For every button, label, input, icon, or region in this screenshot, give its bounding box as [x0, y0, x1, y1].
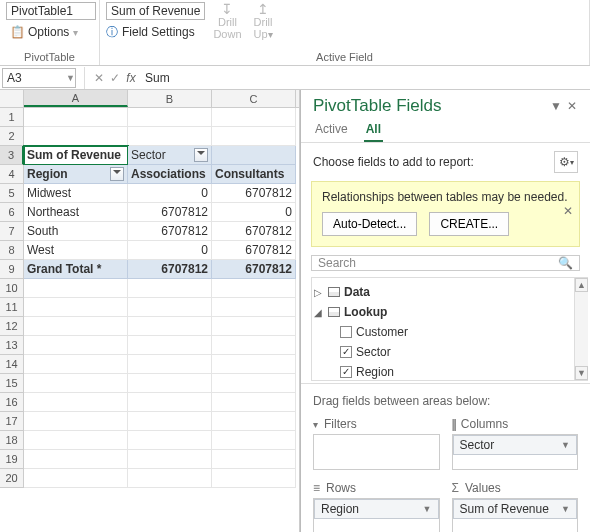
enter-icon[interactable]: ✓ — [107, 71, 123, 85]
close-icon[interactable]: ✕ — [563, 204, 573, 218]
checkbox-checked[interactable]: ✓ — [340, 366, 352, 378]
close-icon[interactable]: ✕ — [564, 99, 580, 113]
rows-area[interactable]: ≡Rows Region▼ — [313, 478, 440, 532]
chevron-down-icon[interactable]: ▼ — [561, 440, 570, 450]
cell[interactable]: 0 — [128, 241, 212, 260]
row-header[interactable]: 9 — [0, 260, 24, 279]
cell[interactable]: 6707812 — [128, 222, 212, 241]
cell-a4[interactable]: Region — [24, 165, 128, 184]
row-header[interactable]: 12 — [0, 317, 24, 336]
values-area[interactable]: ΣValues Sum of Revenue▼ — [452, 478, 579, 532]
pane-title: PivotTable Fields — [313, 96, 548, 116]
scroll-up-icon[interactable]: ▲ — [575, 278, 588, 292]
row-header[interactable]: 15 — [0, 374, 24, 393]
cell[interactable]: Grand Total * — [24, 260, 128, 279]
pane-menu-button[interactable]: ▼ — [548, 99, 564, 113]
active-field-box[interactable]: Sum of Revenue — [106, 2, 205, 20]
cell[interactable]: 0 — [212, 203, 296, 222]
filter-button[interactable] — [110, 167, 124, 181]
row-header[interactable]: 1 — [0, 108, 24, 127]
cell-c4[interactable]: Consultants — [212, 165, 296, 184]
name-box[interactable]: A3 ▼ — [2, 68, 76, 88]
cell-b4[interactable]: Associations — [128, 165, 212, 184]
filter-button[interactable] — [194, 148, 208, 162]
cell[interactable]: 6707812 — [212, 260, 296, 279]
field-customer[interactable]: Customer — [314, 322, 586, 342]
pivottable-name-box[interactable]: PivotTable1 — [6, 2, 96, 20]
cell[interactable]: Northeast — [24, 203, 128, 222]
row-header[interactable]: 3 — [0, 146, 24, 165]
options-label: Options — [28, 25, 69, 39]
chevron-down-icon[interactable]: ▼ — [66, 73, 75, 83]
checkbox-checked[interactable]: ✓ — [340, 346, 352, 358]
drill-down-button: ↧ DrillDown — [209, 2, 245, 40]
row-header[interactable]: 11 — [0, 298, 24, 317]
field-chip[interactable]: Sum of Revenue▼ — [453, 499, 578, 519]
chevron-down-icon[interactable]: ▼ — [561, 504, 570, 514]
rows-icon: ≡ — [313, 481, 320, 495]
cell[interactable]: 6707812 — [212, 184, 296, 203]
row-header[interactable]: 18 — [0, 431, 24, 450]
field-chip[interactable]: Region▼ — [314, 499, 439, 519]
worksheet[interactable]: A B C 1 2 3 Sum of Revenue Sector 4 Regi… — [0, 90, 300, 532]
cell[interactable]: South — [24, 222, 128, 241]
row-header[interactable]: 7 — [0, 222, 24, 241]
row-header[interactable]: 20 — [0, 469, 24, 488]
search-input[interactable]: Search 🔍 — [311, 255, 580, 271]
cell[interactable]: 6707812 — [212, 241, 296, 260]
checkbox[interactable] — [340, 326, 352, 338]
cell[interactable]: 6707812 — [212, 222, 296, 241]
cell[interactable]: 6707812 — [128, 260, 212, 279]
columns-area[interactable]: |||Columns Sector▼ — [452, 414, 579, 470]
row-header[interactable]: 13 — [0, 336, 24, 355]
tree-node-lookup[interactable]: ◢Lookup — [314, 302, 586, 322]
field-region[interactable]: ✓Region — [314, 362, 586, 382]
row-header[interactable]: 16 — [0, 393, 24, 412]
ribbon-group-label: PivotTable — [6, 49, 93, 65]
relationships-banner: Relationships between tables may be need… — [311, 181, 580, 247]
row-header[interactable]: 8 — [0, 241, 24, 260]
row-header[interactable]: 17 — [0, 412, 24, 431]
filters-area[interactable]: Filters — [313, 414, 440, 470]
select-all-corner[interactable] — [0, 90, 24, 107]
tab-active[interactable]: Active — [313, 118, 350, 142]
chevron-down-icon[interactable]: ▼ — [423, 504, 432, 514]
scrollbar[interactable]: ▲▼ — [574, 278, 588, 380]
drill-up-icon: ↥ — [257, 2, 269, 16]
col-header-c[interactable]: C — [212, 90, 296, 107]
options-button[interactable]: 📋 Options ▾ — [6, 22, 82, 42]
field-sector[interactable]: ✓Sector — [314, 342, 586, 362]
cell-a3[interactable]: Sum of Revenue — [24, 146, 128, 165]
field-chip[interactable]: Sector▼ — [453, 435, 578, 455]
cell[interactable]: West — [24, 241, 128, 260]
gear-icon[interactable]: ⚙▾ — [554, 151, 578, 173]
tree-node-data[interactable]: ▷Data — [314, 282, 586, 302]
cell[interactable]: 6707812 — [128, 203, 212, 222]
cancel-icon[interactable]: ✕ — [91, 71, 107, 85]
cell-b3[interactable]: Sector — [128, 146, 212, 165]
collapse-icon[interactable]: ◢ — [314, 307, 324, 318]
scroll-down-icon[interactable]: ▼ — [575, 366, 588, 380]
field-settings-button[interactable]: ⓘ Field Settings — [106, 22, 205, 42]
row-header[interactable]: 5 — [0, 184, 24, 203]
row-header[interactable]: 19 — [0, 450, 24, 469]
formula-input[interactable]: Sum — [139, 71, 590, 85]
expand-icon[interactable]: ▷ — [314, 287, 324, 298]
row-header[interactable]: 14 — [0, 355, 24, 374]
create-button[interactable]: CREATE... — [429, 212, 509, 236]
tab-all[interactable]: All — [364, 118, 383, 142]
col-header-a[interactable]: A — [24, 90, 128, 107]
cell[interactable]: Midwest — [24, 184, 128, 203]
cell[interactable]: 0 — [128, 184, 212, 203]
row-header[interactable]: 10 — [0, 279, 24, 298]
info-icon: ⓘ — [106, 24, 118, 41]
col-header-b[interactable]: B — [128, 90, 212, 107]
pivottable-fields-pane: PivotTable Fields ▼ ✕ Active All Choose … — [300, 90, 590, 532]
ribbon-group-label: Active Field — [106, 49, 583, 65]
row-header[interactable]: 2 — [0, 127, 24, 146]
auto-detect-button[interactable]: Auto-Detect... — [322, 212, 417, 236]
row-header[interactable]: 4 — [0, 165, 24, 184]
fx-icon[interactable]: fx — [123, 71, 139, 85]
row-header[interactable]: 6 — [0, 203, 24, 222]
options-icon: 📋 — [10, 25, 24, 39]
